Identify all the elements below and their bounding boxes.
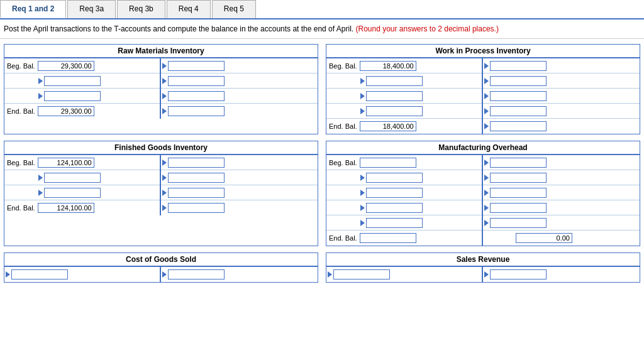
raw-mat-row-0: Beg. Bal. bbox=[4, 58, 160, 73]
wip-body: Beg. Bal. bbox=[326, 58, 640, 134]
mfg-arrow-4 bbox=[359, 220, 366, 226]
mfg-right-arrow-0 bbox=[483, 160, 490, 166]
fg-left: Beg. Bal. End. Bal. bbox=[4, 155, 161, 215]
mfg-right-input-1[interactable] bbox=[490, 173, 547, 183]
fg-beg-value[interactable] bbox=[38, 158, 94, 168]
raw-mat-input-2[interactable] bbox=[44, 91, 101, 101]
fg-right-arrow-2 bbox=[161, 190, 168, 196]
wip-input-2[interactable] bbox=[366, 91, 423, 101]
mfg-beg-value[interactable] bbox=[360, 158, 416, 168]
raw-mat-arrow-2 bbox=[37, 93, 44, 99]
mfg-right-input-4[interactable] bbox=[490, 218, 547, 228]
raw-mat-right-input-3[interactable] bbox=[168, 106, 225, 116]
wip-end-value[interactable] bbox=[360, 121, 416, 131]
wip-right bbox=[483, 58, 640, 134]
cogs-account: Cost of Goods Sold bbox=[4, 252, 318, 283]
sales-revenue-title: Sales Revenue bbox=[326, 253, 640, 267]
sr-right bbox=[483, 267, 640, 282]
tab-req-3a[interactable]: Req 3a bbox=[67, 0, 116, 18]
fg-right bbox=[161, 155, 318, 215]
mfg-right-row-0 bbox=[483, 155, 640, 170]
fg-right-input-2[interactable] bbox=[168, 188, 225, 198]
mfg-right-end-value[interactable] bbox=[516, 233, 572, 243]
instruction-main: Post the April transactions to the T-acc… bbox=[4, 24, 353, 33]
mfg-right-arrow-2 bbox=[483, 190, 490, 196]
raw-mat-right-row-1 bbox=[161, 73, 318, 89]
wip-input-1[interactable] bbox=[366, 76, 423, 86]
wip-right-input-1[interactable] bbox=[490, 76, 547, 86]
fg-right-arrow-3 bbox=[161, 205, 168, 211]
raw-mat-end-value[interactable] bbox=[38, 106, 94, 116]
mfg-right-row-4 bbox=[483, 215, 640, 231]
t-accounts-container: Raw Materials Inventory Beg. Bal. bbox=[0, 39, 644, 288]
mfg-arrow-1 bbox=[359, 175, 366, 181]
raw-mat-right-arrow-2 bbox=[161, 93, 168, 99]
wip-right-input-2[interactable] bbox=[490, 91, 547, 101]
wip-left: Beg. Bal. bbox=[326, 58, 483, 134]
mfg-input-2[interactable] bbox=[366, 188, 423, 198]
wip-right-input-3[interactable] bbox=[490, 106, 547, 116]
mfg-input-4[interactable] bbox=[366, 218, 423, 228]
raw-mat-right-input-1[interactable] bbox=[168, 76, 225, 86]
mfg-right-arrow-4 bbox=[483, 220, 490, 226]
raw-mat-right-input-0[interactable] bbox=[168, 61, 225, 71]
mfg-right-input-3[interactable] bbox=[490, 203, 547, 213]
raw-mat-arrow-1 bbox=[37, 78, 44, 84]
cogs-right-input-0[interactable] bbox=[168, 269, 225, 279]
mfg-input-1[interactable] bbox=[366, 173, 423, 183]
wip-right-row-4 bbox=[483, 119, 640, 134]
mfg-right-row-1 bbox=[483, 170, 640, 185]
sr-input-0[interactable] bbox=[333, 269, 390, 279]
tab-req-4[interactable]: Req 4 bbox=[167, 0, 211, 18]
wip-beg-value[interactable] bbox=[360, 61, 416, 71]
wip-input-3[interactable] bbox=[366, 106, 423, 116]
raw-materials-title: Raw Materials Inventory bbox=[4, 45, 318, 58]
fg-right-row-2 bbox=[161, 185, 318, 200]
raw-mat-right-row-2 bbox=[161, 89, 318, 104]
tab-req-3b[interactable]: Req 3b bbox=[117, 0, 165, 18]
fg-right-input-1[interactable] bbox=[168, 173, 225, 183]
raw-mat-right-input-2[interactable] bbox=[168, 91, 225, 101]
t-accounts-grid: Raw Materials Inventory Beg. Bal. bbox=[4, 44, 640, 283]
cogs-input-0[interactable] bbox=[11, 269, 68, 279]
fg-right-arrow-0 bbox=[161, 160, 168, 166]
mfg-end-value[interactable] bbox=[360, 233, 416, 243]
raw-mat-right-arrow-1 bbox=[161, 78, 168, 84]
raw-mat-right-row-3 bbox=[161, 104, 318, 119]
mfg-right-input-2[interactable] bbox=[490, 188, 547, 198]
fg-arrow-2 bbox=[37, 190, 44, 196]
mfg-input-3[interactable] bbox=[366, 203, 423, 213]
fg-right-input-0[interactable] bbox=[168, 158, 225, 168]
wip-right-input-4[interactable] bbox=[490, 121, 547, 131]
mfg-right-input-0[interactable] bbox=[490, 158, 547, 168]
raw-mat-end-label: End. Bal. bbox=[4, 106, 38, 116]
cogs-right bbox=[161, 267, 318, 282]
fg-row-0: Beg. Bal. bbox=[4, 155, 160, 170]
raw-mat-beg-value[interactable] bbox=[38, 61, 94, 71]
fg-row-2 bbox=[4, 185, 160, 200]
mfg-left: Beg. Bal. bbox=[326, 155, 483, 246]
sales-revenue-account: Sales Revenue bbox=[326, 252, 640, 283]
cogs-title: Cost of Goods Sold bbox=[4, 253, 318, 267]
raw-materials-right bbox=[161, 58, 318, 119]
fg-input-1[interactable] bbox=[44, 173, 101, 183]
raw-materials-left: Beg. Bal. End. Bal. bbox=[4, 58, 161, 119]
fg-end-value[interactable] bbox=[38, 203, 94, 213]
wip-right-arrow-4 bbox=[483, 123, 490, 129]
mfg-beg-label: Beg. Bal. bbox=[326, 158, 360, 168]
mfg-overhead-account: Manufacturing Overhead Beg. Bal. bbox=[326, 141, 640, 246]
tab-req-1-2[interactable]: Req 1 and 2 bbox=[0, 0, 66, 18]
mfg-right-row-2 bbox=[483, 185, 640, 200]
tab-req-5[interactable]: Req 5 bbox=[212, 0, 256, 18]
mfg-end-row: End. Bal. bbox=[326, 231, 482, 246]
raw-materials-body: Beg. Bal. End. Bal. bbox=[4, 58, 318, 119]
finished-goods-body: Beg. Bal. End. Bal. bbox=[4, 155, 318, 215]
fg-input-2[interactable] bbox=[44, 188, 101, 198]
wip-right-input-0[interactable] bbox=[490, 61, 547, 71]
mfg-end-label: End. Bal. bbox=[326, 233, 360, 243]
fg-right-input-3[interactable] bbox=[168, 203, 225, 213]
mfg-right-arrow-1 bbox=[483, 175, 490, 181]
sr-right-input-0[interactable] bbox=[490, 269, 547, 279]
fg-row-1 bbox=[4, 170, 160, 185]
raw-mat-input-1[interactable] bbox=[44, 76, 101, 86]
